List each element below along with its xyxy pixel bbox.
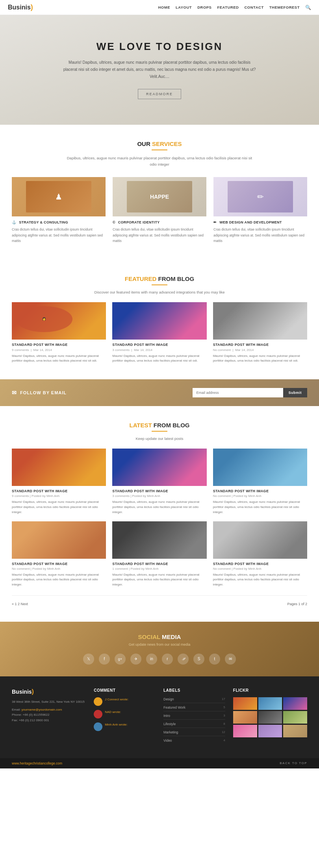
flickr-img-7[interactable]	[233, 725, 257, 737]
search-icon[interactable]: 🔍	[305, 5, 311, 10]
email-input[interactable]	[193, 388, 283, 397]
social-title-prefix: SOCIAL	[138, 633, 162, 640]
comment-avatar-3	[94, 722, 102, 731]
featured-blog-grid: 👩 STANDARD POST WITH IMAGE 9 comments | …	[12, 302, 307, 364]
featured-post-excerpt-3: Mauris! Dapibus, ultrices, augue nunc ma…	[213, 354, 307, 364]
flickr-img-3[interactable]	[283, 697, 307, 710]
service-title-2: © CORPORATE IDENTITY	[113, 220, 206, 224]
latest-title-underline	[152, 431, 167, 432]
footer-grid: Businis) 38 West 36th Street, Suite 221,…	[12, 688, 307, 746]
footer-col-comments: COMMENT J Connect wrote: NAD wrote: Minh…	[94, 688, 156, 746]
service-title-1: ⚓ STRATEGY & CONSULTING	[12, 220, 106, 224]
latest-post-title-2: STANDARD POST WITH IMAGE	[112, 489, 206, 493]
facebook-icon[interactable]: f	[99, 654, 110, 665]
footer-website[interactable]: www.heritagechristiancollege.com	[12, 761, 62, 765]
comment-item-2: NAD wrote:	[94, 710, 156, 718]
flickr-img-5[interactable]	[258, 711, 282, 724]
latest-post-excerpt-6: Mauris! Dapibus, ultrices, augue nunc ma…	[213, 573, 307, 587]
readmore-button[interactable]: READMORE	[138, 89, 181, 99]
comment-text-3: Minh Anh wrote:	[105, 722, 127, 727]
page-info: Pages 1 of 2	[287, 602, 307, 606]
service-image-3: ✏	[213, 177, 307, 216]
latest-title-suffix: FROM BLOG	[154, 422, 190, 428]
services-subtitle: Dapibus, ultrices, augue nunc mauris pul…	[65, 155, 254, 168]
page-links[interactable]: « 1 2 Next	[12, 602, 28, 606]
latest-post-6: STANDARD POST WITH IMAGE No comment | Po…	[213, 521, 307, 587]
comment-item-3: Minh Anh wrote:	[94, 722, 156, 731]
send-icon[interactable]: ✈	[130, 654, 141, 665]
flickr-img-8[interactable]	[258, 725, 282, 737]
submit-button[interactable]: Submit	[283, 388, 308, 397]
comment-avatar-2	[94, 710, 102, 718]
footer-col-logo: Businis) 38 West 36th Street, Suite 221,…	[12, 688, 86, 746]
logo-text: Businis	[8, 4, 31, 11]
label-item-4[interactable]: Lifestyle 8	[163, 722, 225, 728]
flickr-img-6[interactable]	[283, 711, 307, 724]
latest-blog-section: LATEST FROM BLOG Keep update our latest …	[0, 406, 319, 622]
nav-home[interactable]: HOME	[158, 5, 170, 9]
googleplus-icon[interactable]: g+	[115, 654, 126, 665]
pinterest-icon[interactable]: 𝒫	[178, 654, 189, 665]
latest-blog-grid: STANDARD POST WITH IMAGE 9 comments | Po…	[12, 449, 307, 587]
latest-post-image-5	[112, 521, 206, 559]
label-item-5[interactable]: Marketing 12	[163, 730, 225, 736]
featured-blog-title: FEATURED FROM BLOG	[12, 275, 307, 282]
social-icons-row: 𝕏 f g+ ✈ in r 𝒫 S t ✉	[12, 654, 307, 665]
labels-list: Design 17 Featured Work 5 Intro 3 Lifest…	[163, 697, 225, 744]
label-item-3[interactable]: Intro 3	[163, 714, 225, 720]
latest-post-5: STANDARD POST WITH IMAGE 1 comment | Pos…	[112, 521, 206, 587]
featured-post-3: STANDARD POST WITH IMAGE No comment | Ma…	[213, 302, 307, 364]
linkedin-icon[interactable]: in	[146, 654, 157, 665]
service-desc-1: Cras dictum tellus dui, vitae sollicitud…	[12, 227, 106, 244]
service-title-3: ✏ WEB DESIGN AND DEVELOPMENT	[213, 220, 307, 224]
latest-post-1: STANDARD POST WITH IMAGE 9 comments | Po…	[12, 449, 106, 515]
logo[interactable]: Businis )	[8, 3, 33, 11]
service-icon-1: ⚓	[12, 220, 16, 224]
tumblr-icon[interactable]: t	[209, 654, 220, 665]
flickr-img-9[interactable]	[283, 725, 307, 737]
nav-featured[interactable]: FEATURED	[217, 5, 239, 9]
follow-form: Submit	[193, 388, 308, 397]
mail-icon[interactable]: ✉	[225, 654, 236, 665]
back-to-top[interactable]: BACK TO TOP	[280, 761, 307, 765]
social-title: SOCIAL MEDIA	[12, 633, 307, 640]
latest-post-title-1: STANDARD POST WITH IMAGE	[12, 489, 106, 493]
nav-drops[interactable]: DROPS	[197, 5, 211, 9]
featured-post-meta-1: 9 comments | Mar 14, 2014	[12, 348, 106, 352]
hero-description: Mauris! Dapibus, ultrices, augue nunc ma…	[61, 59, 258, 80]
flickr-img-2[interactable]	[258, 697, 282, 710]
label-item-1[interactable]: Design 17	[163, 697, 225, 703]
latest-post-4: STANDARD POST WITH IMAGE No comment | Po…	[12, 521, 106, 587]
latest-blog-subtitle: Keep update our latest posts	[12, 436, 307, 441]
pagination: « 1 2 Next Pages 1 of 2	[12, 595, 307, 606]
latest-post-image-6	[213, 521, 307, 559]
footer-col-flickr: FLICKR	[233, 688, 307, 746]
latest-blog-title: LATEST FROM BLOG	[12, 422, 307, 428]
twitter-icon[interactable]: 𝕏	[83, 654, 94, 665]
latest-post-meta-1: 9 comments | Posted by Minh Anh	[12, 494, 106, 498]
nav-themeforest[interactable]: THEMEFOREST	[269, 5, 300, 9]
social-section: SOCIAL MEDIA Get update news from our so…	[0, 622, 319, 676]
service-desc-3: Cras dictum tellus dui, vitae sollicitud…	[213, 227, 307, 244]
comment-text-1: J Connect wrote:	[105, 697, 128, 702]
nav-layout[interactable]: LAYOUT	[176, 5, 192, 9]
flickr-img-4[interactable]	[233, 711, 257, 724]
main-nav: HOME LAYOUT DROPS FEATURED CONTACT THEME…	[158, 5, 311, 10]
comment-avatar-1	[94, 697, 102, 706]
comment-author-2: NAD wrote:	[105, 710, 121, 714]
featured-post-excerpt-2: Mauris! Dapibus, ultrices, augue nunc ma…	[112, 354, 206, 364]
latest-post-meta-2: 3 comments | Posted by Minh Anh	[112, 494, 206, 498]
service-item-2: HAPPE © CORPORATE IDENTITY Cras dictum t…	[113, 177, 206, 244]
featured-title-underline	[152, 284, 167, 285]
hero-section: WE LOVE TO DESIGN Mauris! Dapibus, ultri…	[0, 15, 319, 125]
label-item-2[interactable]: Featured Work 5	[163, 705, 225, 711]
stumble-icon[interactable]: S	[193, 654, 204, 665]
latest-post-excerpt-4: Mauris! Dapibus, ultrices, augue nunc ma…	[12, 573, 106, 587]
services-title-highlight: SERVICES	[152, 140, 182, 147]
comment-author-3: Minh Anh wrote:	[105, 723, 127, 726]
nav-contact[interactable]: CONTACT	[244, 5, 263, 9]
reddit-icon[interactable]: r	[162, 654, 173, 665]
service-desc-2: Cras dictum tellus dui, vitae sollicitud…	[113, 227, 206, 244]
flickr-img-1[interactable]	[233, 697, 257, 710]
label-item-6[interactable]: Video 4	[163, 739, 225, 744]
